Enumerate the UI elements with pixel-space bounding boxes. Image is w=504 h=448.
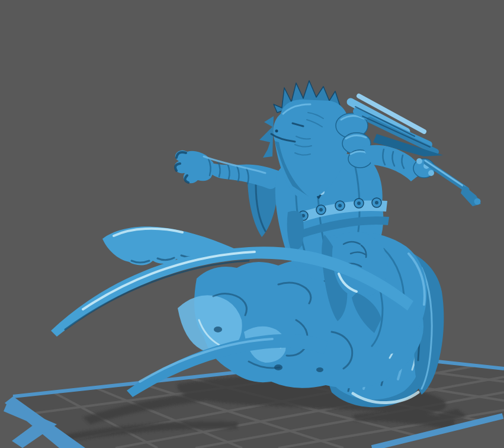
viewport-canvas[interactable] xyxy=(0,0,504,448)
pommel-knob xyxy=(474,199,481,205)
viewport-3d[interactable] xyxy=(0,0,504,448)
nostril xyxy=(275,130,278,133)
sash-knot xyxy=(287,211,304,250)
